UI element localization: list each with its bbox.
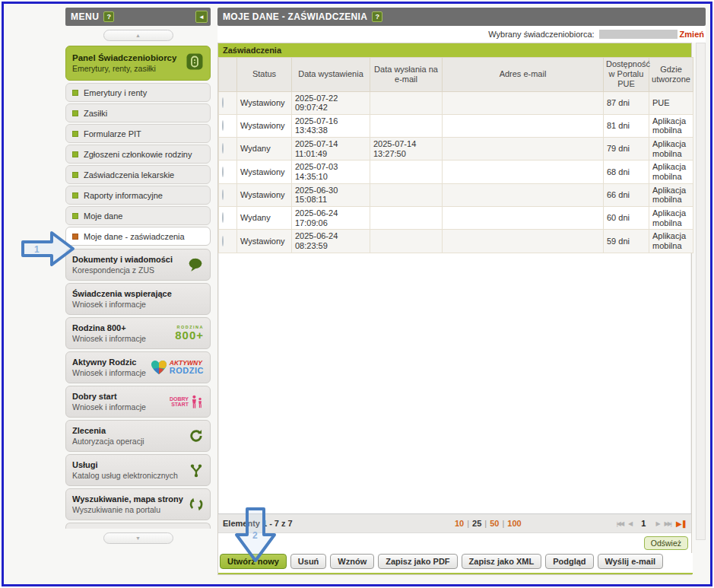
change-beneficiary-link[interactable]: Zmień: [680, 30, 704, 39]
section-title: Dokumenty i wiadomości: [72, 255, 184, 264]
last-page-icon[interactable]: ▶▶|: [665, 520, 671, 527]
pagination-bar: Elementy 1 - 7 z 7 10|25|50|100| |◀◀ ◀ 1…: [218, 513, 691, 533]
cell-availability: 60 dni: [604, 206, 649, 229]
row-radio[interactable]: [222, 143, 224, 154]
table-header-row: Status Data wystawienia Data wysłania na…: [219, 58, 693, 92]
toolbar-button[interactable]: Zapisz jako PDF: [378, 554, 457, 569]
bullet-icon: [72, 90, 78, 96]
sidebar-item-label: Zgłoszeni członkowie rodziny: [84, 150, 192, 159]
cell-issued: 2025-07-14 11:01:49: [292, 138, 370, 161]
table-row[interactable]: Wystawiony 2025-07-16 13:43:38 81 dni Ap…: [219, 114, 693, 137]
row-radio[interactable]: [222, 212, 224, 223]
table-row[interactable]: Wystawiony 2025-07-22 09:07:42 87 dni PU…: [219, 91, 693, 114]
cell-issued: 2025-06-24 17:09:06: [292, 206, 370, 229]
cell-sent: [370, 91, 443, 114]
section-title: Usługi: [72, 460, 186, 469]
toolbar-button[interactable]: Usuń: [290, 554, 327, 569]
sidebar-item[interactable]: Zaświadczenia lekarskie: [65, 165, 211, 184]
cell-status: Wystawiony: [237, 183, 292, 206]
page-help-icon[interactable]: ?: [372, 11, 382, 22]
page-size-option[interactable]: 25|: [472, 519, 487, 528]
main-header: MOJE DANE - ZAŚWIADCZENIA ?: [217, 8, 706, 26]
sidebar-item[interactable]: Moje dane: [65, 206, 211, 225]
bullet-icon: [72, 110, 78, 116]
menu-scroll-down[interactable]: ▼: [103, 532, 173, 544]
first-page-icon[interactable]: |◀◀: [617, 520, 623, 527]
prev-page-icon[interactable]: ◀: [628, 520, 631, 527]
export-page-icon[interactable]: ▶❚: [676, 520, 687, 528]
toolbar-button[interactable]: Zapisz jako XML: [462, 554, 542, 569]
sidebar-section[interactable]: Rodzina 800+ Wniosek i informacje RODZIN…: [65, 317, 211, 349]
sidebar-item[interactable]: Raporty informacyjne: [65, 186, 211, 205]
table-row[interactable]: Wydany 2025-06-24 17:09:06 60 dni Aplika…: [219, 206, 693, 229]
cell-sent: [370, 230, 443, 253]
sidebar-item-label: Zaświadczenia lekarskie: [84, 170, 174, 180]
scrollbar-track[interactable]: [696, 43, 706, 540]
section-title: Wyszukiwanie, mapa strony: [72, 494, 186, 504]
beneficiary-name-redacted: [599, 30, 678, 39]
sidebar-section[interactable]: Aktywny Rodzic Wniosek i informacje AKTY…: [65, 351, 211, 383]
section-subtitle: Katalog usług elektronicznych: [72, 471, 186, 480]
menu-scroll-up[interactable]: ▲: [103, 30, 173, 41]
sidebar-section[interactable]: Dobry start Wniosek i informacje DOBRYST…: [65, 386, 211, 418]
sidebar-panel-swiadczeniobiorcy[interactable]: Panel Świadczeniobiorcy Emerytury, renty…: [65, 46, 211, 81]
beneficiary-bar: Wybrany świadczeniobiorca: Zmień: [217, 26, 706, 43]
col-status[interactable]: Status: [237, 58, 292, 92]
sidebar-item[interactable]: Moje dane - zaświadczenia: [65, 227, 211, 246]
cell-created: PUE: [649, 91, 693, 114]
page-size-option[interactable]: 100|: [507, 519, 521, 528]
sidebar-section[interactable]: Dokumenty i wiadomości Korespondencja z …: [65, 249, 211, 281]
col-created[interactable]: Gdzie utworzone: [649, 58, 693, 92]
row-radio[interactable]: [222, 167, 224, 177]
table-row[interactable]: Wystawiony 2025-07-03 14:35:10 68 dni Ap…: [219, 161, 693, 183]
bullet-icon: [72, 172, 78, 178]
sidebar-sections: Dokumenty i wiadomości Korespondencja z …: [65, 249, 211, 520]
col-sent[interactable]: Data wysłania na e-mail: [370, 58, 443, 92]
toolbar-button[interactable]: Utwórz nowy: [220, 554, 287, 569]
col-availability[interactable]: Dostępność w Portalu PUE: [604, 58, 649, 92]
sidebar-section[interactable]: Wyszukiwanie, mapa strony Wyszukiwanie n…: [65, 488, 211, 520]
cell-availability: 59 dni: [604, 230, 649, 253]
sidebar-section[interactable]: Usługi Katalog usług elektronicznych: [65, 454, 211, 486]
sidebar-item-label: Moje dane: [84, 211, 122, 221]
panel-title: Panel Świadczeniobiorcy: [72, 53, 186, 62]
col-email[interactable]: Adres e-mail: [443, 58, 604, 92]
sidebar-collapse-icon[interactable]: ◄: [195, 11, 208, 23]
section-subtitle: Wyszukiwanie na portalu: [72, 505, 186, 514]
row-radio[interactable]: [222, 236, 224, 246]
section-icon: [189, 497, 204, 512]
cell-issued: 2025-06-24 08:23:59: [292, 230, 370, 253]
next-page-icon[interactable]: ▶: [655, 520, 658, 527]
cell-availability: 79 dni: [604, 138, 649, 161]
table-row[interactable]: Wydany 2025-07-14 11:01:49 2025-07-14 13…: [219, 138, 693, 161]
bullet-icon: [72, 192, 78, 199]
bullet-icon: [72, 213, 78, 219]
cell-radio: [219, 114, 237, 137]
table-row[interactable]: Wystawiony 2025-06-24 08:23:59 59 dni Ap…: [219, 230, 693, 253]
page-size-option[interactable]: 10|: [455, 519, 469, 528]
section-title: Dobry start: [72, 392, 167, 401]
sidebar-section[interactable]: Świadczenia wspierające Wniosek i inform…: [65, 283, 211, 315]
row-radio[interactable]: [222, 189, 224, 200]
sidebar-section[interactable]: Zlecenia Autoryzacja operacji: [65, 420, 211, 452]
sidebar-item-label: Emerytury i renty: [84, 88, 147, 97]
toolbar-button[interactable]: Wznów: [330, 554, 374, 569]
toolbar-button[interactable]: Wyślij e-mail: [598, 554, 663, 569]
sidebar-item[interactable]: Zasiłki: [65, 103, 211, 122]
table-row[interactable]: Wystawiony 2025-06-30 15:08:11 66 dni Ap…: [219, 183, 693, 206]
row-radio[interactable]: [222, 120, 224, 131]
sidebar-item[interactable]: Formularze PIT: [65, 124, 211, 143]
page-size-option[interactable]: 50|: [490, 519, 504, 528]
section-icon: [187, 257, 204, 273]
menu-help-icon[interactable]: ?: [103, 11, 114, 22]
row-radio[interactable]: [222, 97, 224, 108]
toolbar-button[interactable]: Podgląd: [545, 554, 593, 569]
cell-created: Aplikacja mobilna: [649, 138, 693, 161]
sidebar-item[interactable]: Emerytury i renty: [65, 83, 211, 102]
refresh-button[interactable]: Odśwież: [644, 536, 688, 550]
sidebar-item[interactable]: Zgłoszeni członkowie rodziny: [65, 145, 211, 164]
col-issued[interactable]: Data wystawienia: [292, 58, 370, 92]
cell-status: Wydany: [237, 206, 292, 229]
cell-email: [443, 91, 604, 114]
section-title: Zlecenia: [72, 426, 186, 435]
